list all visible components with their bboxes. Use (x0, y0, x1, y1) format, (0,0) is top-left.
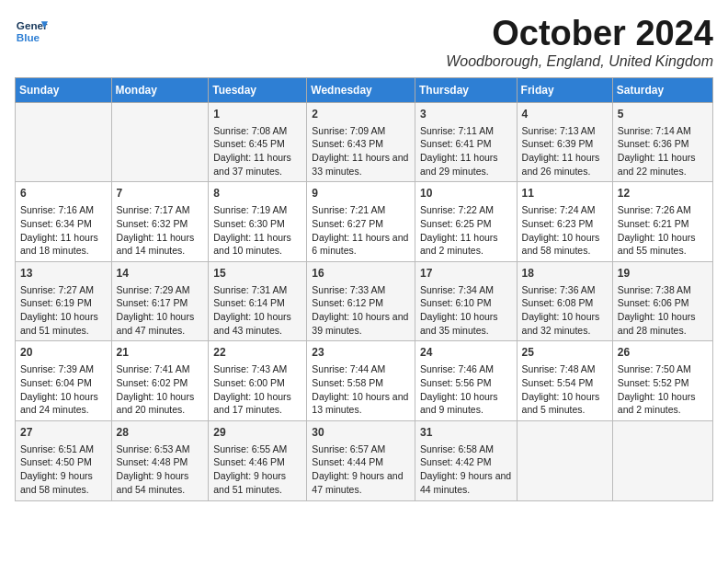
calendar-cell: 8Sunrise: 7:19 AM Sunset: 6:30 PM Daylig… (209, 182, 307, 262)
day-number: 21 (117, 345, 204, 361)
calendar-cell: 21Sunrise: 7:41 AM Sunset: 6:02 PM Dayli… (111, 341, 209, 421)
day-number: 15 (213, 266, 301, 282)
day-number: 31 (420, 425, 512, 441)
day-info: Sunrise: 6:58 AM Sunset: 4:42 PM Dayligh… (420, 442, 512, 497)
calendar-cell: 22Sunrise: 7:43 AM Sunset: 6:00 PM Dayli… (209, 341, 307, 421)
calendar-cell: 12Sunrise: 7:26 AM Sunset: 6:21 PM Dayli… (612, 182, 712, 262)
day-info: Sunrise: 7:26 AM Sunset: 6:21 PM Dayligh… (618, 203, 708, 258)
day-number: 22 (213, 345, 301, 361)
calendar-cell (111, 102, 209, 182)
logo: General Blue (15, 15, 48, 48)
day-number: 7 (117, 186, 204, 201)
day-info: Sunrise: 7:41 AM Sunset: 6:02 PM Dayligh… (117, 362, 204, 417)
day-info: Sunrise: 7:44 AM Sunset: 5:58 PM Dayligh… (312, 362, 410, 417)
header-day: Tuesday (209, 77, 307, 102)
day-info: Sunrise: 7:36 AM Sunset: 6:08 PM Dayligh… (522, 283, 608, 338)
calendar-cell: 31Sunrise: 6:58 AM Sunset: 4:42 PM Dayli… (415, 420, 517, 500)
calendar-cell: 13Sunrise: 7:27 AM Sunset: 6:19 PM Dayli… (16, 261, 112, 341)
header-day: Friday (517, 77, 612, 102)
calendar-cell: 25Sunrise: 7:48 AM Sunset: 5:54 PM Dayli… (517, 341, 612, 421)
day-number: 2 (312, 107, 410, 122)
day-number: 27 (20, 425, 107, 441)
day-info: Sunrise: 6:51 AM Sunset: 4:50 PM Dayligh… (20, 442, 107, 497)
day-info: Sunrise: 7:39 AM Sunset: 6:04 PM Dayligh… (20, 362, 107, 417)
day-info: Sunrise: 6:55 AM Sunset: 4:46 PM Dayligh… (213, 442, 301, 497)
calendar-week-row: 20Sunrise: 7:39 AM Sunset: 6:04 PM Dayli… (16, 341, 713, 421)
day-info: Sunrise: 7:29 AM Sunset: 6:17 PM Dayligh… (117, 283, 204, 338)
calendar-cell: 28Sunrise: 6:53 AM Sunset: 4:48 PM Dayli… (111, 420, 209, 500)
day-number: 13 (20, 266, 107, 282)
header-day: Monday (111, 77, 209, 102)
calendar-cell: 5Sunrise: 7:14 AM Sunset: 6:36 PM Daylig… (612, 102, 712, 182)
calendar-cell: 4Sunrise: 7:13 AM Sunset: 6:39 PM Daylig… (517, 102, 612, 182)
day-number: 10 (420, 186, 512, 201)
day-number: 11 (522, 186, 608, 201)
day-info: Sunrise: 7:34 AM Sunset: 6:10 PM Dayligh… (420, 283, 512, 338)
month-title: October 2024 (446, 15, 713, 53)
day-info: Sunrise: 7:09 AM Sunset: 6:43 PM Dayligh… (312, 124, 410, 178)
calendar-cell: 26Sunrise: 7:50 AM Sunset: 5:52 PM Dayli… (612, 341, 712, 421)
calendar-cell (16, 102, 112, 182)
day-info: Sunrise: 7:08 AM Sunset: 6:45 PM Dayligh… (213, 124, 301, 178)
day-number: 30 (312, 425, 410, 441)
calendar-cell: 2Sunrise: 7:09 AM Sunset: 6:43 PM Daylig… (307, 102, 415, 182)
day-info: Sunrise: 7:43 AM Sunset: 6:00 PM Dayligh… (213, 362, 301, 417)
day-number: 25 (522, 345, 608, 361)
day-number: 26 (618, 345, 708, 361)
calendar-cell: 27Sunrise: 6:51 AM Sunset: 4:50 PM Dayli… (16, 420, 112, 500)
day-number: 19 (618, 266, 708, 282)
svg-text:General: General (17, 19, 48, 31)
day-info: Sunrise: 7:17 AM Sunset: 6:32 PM Dayligh… (117, 203, 204, 258)
calendar-week-row: 13Sunrise: 7:27 AM Sunset: 6:19 PM Dayli… (16, 261, 713, 341)
day-info: Sunrise: 7:24 AM Sunset: 6:23 PM Dayligh… (522, 203, 608, 258)
day-number: 4 (522, 107, 608, 122)
calendar-cell: 11Sunrise: 7:24 AM Sunset: 6:23 PM Dayli… (517, 182, 612, 262)
title-block: October 2024 Woodborough, England, Unite… (446, 15, 713, 70)
day-number: 1 (213, 107, 301, 122)
header-row: SundayMondayTuesdayWednesdayThursdayFrid… (16, 77, 713, 102)
day-info: Sunrise: 7:19 AM Sunset: 6:30 PM Dayligh… (213, 203, 301, 258)
calendar-cell: 9Sunrise: 7:21 AM Sunset: 6:27 PM Daylig… (307, 182, 415, 262)
calendar-table: SundayMondayTuesdayWednesdayThursdayFrid… (15, 77, 713, 501)
day-number: 14 (117, 266, 204, 282)
calendar-cell (612, 420, 712, 500)
day-info: Sunrise: 6:53 AM Sunset: 4:48 PM Dayligh… (117, 442, 204, 497)
day-number: 8 (213, 186, 301, 201)
day-number: 24 (420, 345, 512, 361)
calendar-cell: 19Sunrise: 7:38 AM Sunset: 6:06 PM Dayli… (612, 261, 712, 341)
calendar-cell: 20Sunrise: 7:39 AM Sunset: 6:04 PM Dayli… (16, 341, 112, 421)
day-info: Sunrise: 6:57 AM Sunset: 4:44 PM Dayligh… (312, 442, 410, 497)
calendar-cell: 15Sunrise: 7:31 AM Sunset: 6:14 PM Dayli… (209, 261, 307, 341)
day-number: 28 (117, 425, 204, 441)
day-number: 5 (618, 107, 708, 122)
day-number: 3 (420, 107, 512, 122)
header-day: Wednesday (307, 77, 415, 102)
calendar-cell: 14Sunrise: 7:29 AM Sunset: 6:17 PM Dayli… (111, 261, 209, 341)
day-info: Sunrise: 7:50 AM Sunset: 5:52 PM Dayligh… (618, 362, 708, 417)
calendar-week-row: 27Sunrise: 6:51 AM Sunset: 4:50 PM Dayli… (16, 420, 713, 500)
calendar-cell: 16Sunrise: 7:33 AM Sunset: 6:12 PM Dayli… (307, 261, 415, 341)
day-info: Sunrise: 7:21 AM Sunset: 6:27 PM Dayligh… (312, 203, 410, 258)
day-info: Sunrise: 7:13 AM Sunset: 6:39 PM Dayligh… (522, 124, 608, 178)
calendar-cell: 30Sunrise: 6:57 AM Sunset: 4:44 PM Dayli… (307, 420, 415, 500)
day-number: 29 (213, 425, 301, 441)
day-info: Sunrise: 7:48 AM Sunset: 5:54 PM Dayligh… (522, 362, 608, 417)
day-number: 17 (420, 266, 512, 282)
day-info: Sunrise: 7:33 AM Sunset: 6:12 PM Dayligh… (312, 283, 410, 338)
calendar-cell: 17Sunrise: 7:34 AM Sunset: 6:10 PM Dayli… (415, 261, 517, 341)
calendar-week-row: 6Sunrise: 7:16 AM Sunset: 6:34 PM Daylig… (16, 182, 713, 262)
day-info: Sunrise: 7:22 AM Sunset: 6:25 PM Dayligh… (420, 203, 512, 258)
day-number: 20 (20, 345, 107, 361)
calendar-cell: 7Sunrise: 7:17 AM Sunset: 6:32 PM Daylig… (111, 182, 209, 262)
location-subtitle: Woodborough, England, United Kingdom (446, 53, 713, 70)
day-info: Sunrise: 7:31 AM Sunset: 6:14 PM Dayligh… (213, 283, 301, 338)
day-number: 6 (20, 186, 107, 201)
header-day: Sunday (16, 77, 112, 102)
day-info: Sunrise: 7:14 AM Sunset: 6:36 PM Dayligh… (618, 124, 708, 178)
day-info: Sunrise: 7:11 AM Sunset: 6:41 PM Dayligh… (420, 124, 512, 178)
day-info: Sunrise: 7:38 AM Sunset: 6:06 PM Dayligh… (618, 283, 708, 338)
calendar-cell: 10Sunrise: 7:22 AM Sunset: 6:25 PM Dayli… (415, 182, 517, 262)
day-number: 23 (312, 345, 410, 361)
calendar-cell: 6Sunrise: 7:16 AM Sunset: 6:34 PM Daylig… (16, 182, 112, 262)
header-day: Saturday (612, 77, 712, 102)
